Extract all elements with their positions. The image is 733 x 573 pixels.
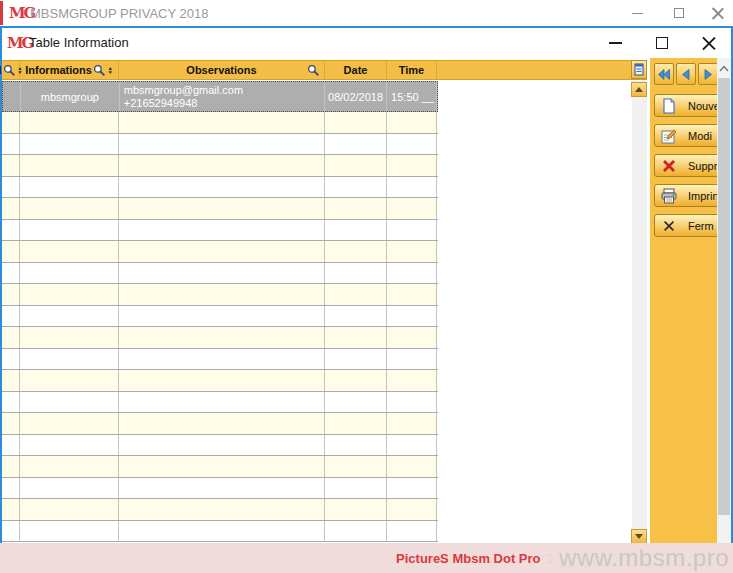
table-cell [20, 112, 119, 133]
child-maximize-button[interactable] [645, 30, 679, 56]
sort-icon[interactable]: ▲▼ [108, 66, 113, 74]
table-cell [119, 112, 325, 133]
table-cell [20, 327, 119, 348]
table-row[interactable] [2, 478, 438, 500]
table-cell [387, 327, 437, 348]
table-content-area: I ▲▼ Informations ▲▼ Observations Date [2, 58, 731, 571]
column-header-observations[interactable]: Observations [119, 61, 325, 79]
print-button[interactable]: Imprin [654, 184, 717, 207]
column-header-id[interactable]: I ▲▼ [2, 61, 20, 79]
table-row[interactable] [2, 521, 438, 543]
table-cell [2, 349, 20, 370]
close-window-button[interactable]: Ferm [654, 214, 717, 237]
next-record-button[interactable] [698, 63, 717, 85]
table-cell [20, 413, 119, 434]
table-row[interactable] [2, 327, 438, 349]
maximize-button[interactable] [662, 0, 696, 26]
first-record-button[interactable] [654, 63, 674, 85]
close-button[interactable] [701, 0, 733, 26]
table-cell [2, 456, 20, 477]
table-cell [2, 499, 20, 520]
table-cell [20, 478, 119, 499]
child-window-title: Table Information [29, 35, 129, 50]
table-row[interactable] [2, 413, 438, 435]
table-row[interactable] [2, 155, 438, 177]
table-cell [119, 392, 325, 413]
table-cell [2, 435, 20, 456]
table-row[interactable] [2, 134, 438, 156]
column-header-informations[interactable]: Informations ▲▼ [20, 61, 119, 79]
table-row[interactable] [2, 392, 438, 414]
table-row[interactable] [2, 220, 438, 242]
table-cell [2, 220, 20, 241]
table-cell [325, 284, 387, 305]
table-row[interactable] [2, 370, 438, 392]
main-titlebar: MG MBSMGROUP PRIVACY 2018 [0, 0, 733, 26]
table-row[interactable] [2, 263, 438, 285]
table-cell [20, 306, 119, 327]
close-icon [712, 7, 724, 19]
column-header-time[interactable]: Time [387, 61, 437, 79]
column-header-date[interactable]: Date [325, 61, 387, 79]
child-titlebar: MG Table Information [2, 28, 731, 58]
table-cell [119, 349, 325, 370]
table-cell [387, 478, 437, 499]
table-scroll-down-button[interactable] [631, 529, 647, 544]
delete-x-icon [661, 158, 677, 174]
table-cell [119, 155, 325, 176]
table-cell [325, 306, 387, 327]
scrollbar-thumb[interactable] [718, 78, 730, 515]
table-row[interactable] [2, 177, 438, 199]
table-row[interactable] [2, 499, 438, 521]
magnifier-icon[interactable] [307, 64, 320, 77]
record-navigation [654, 63, 717, 85]
scroll-up-chevron[interactable] [717, 60, 731, 76]
column-label: Informations [25, 64, 92, 76]
edit-button[interactable]: Modi [654, 124, 717, 147]
table-row[interactable] [2, 284, 438, 306]
table-scroll-up-button[interactable] [631, 82, 647, 97]
minimize-icon [609, 42, 622, 44]
table-cell [387, 413, 437, 434]
table-cell [2, 284, 20, 305]
previous-record-button[interactable] [676, 63, 696, 85]
table-cell [2, 327, 20, 348]
child-minimize-button[interactable] [598, 30, 632, 56]
table-cell [325, 456, 387, 477]
table-cell [119, 413, 325, 434]
table-cell [325, 220, 387, 241]
window-scrollbar[interactable] [717, 58, 731, 571]
main-window-title: MBSMGROUP PRIVACY 2018 [30, 6, 208, 21]
table-cell [119, 306, 325, 327]
first-record-icon [658, 69, 670, 80]
table-cell [387, 435, 437, 456]
table-cell [2, 112, 20, 133]
table-cell [387, 177, 437, 198]
table-cell [325, 177, 387, 198]
table-cell [119, 478, 325, 499]
table-row[interactable] [2, 435, 438, 457]
table-cell [119, 521, 325, 542]
table-options-button[interactable] [631, 60, 647, 79]
table-row[interactable] [2, 456, 438, 478]
child-close-button[interactable] [692, 30, 726, 56]
table-scrollbar-track[interactable] [632, 81, 647, 571]
delete-button[interactable]: Supprir [654, 154, 717, 177]
table-cell-date: 08/02/2018 [325, 82, 387, 111]
table-row[interactable] [2, 306, 438, 328]
table-cell [325, 349, 387, 370]
table-cell [20, 435, 119, 456]
magnifier-icon[interactable] [93, 64, 106, 77]
minimize-button[interactable] [620, 0, 654, 26]
table-row-selected[interactable]: mbsmgroup mbsmgroup@gmail.com +216529499… [2, 81, 438, 112]
table-cell [20, 392, 119, 413]
table-row[interactable] [2, 112, 438, 134]
table-cell [387, 220, 437, 241]
table-row[interactable] [2, 241, 438, 263]
new-button[interactable]: Nouve [654, 94, 717, 117]
table-row[interactable] [2, 198, 438, 220]
magnifier-icon[interactable] [3, 64, 16, 77]
table-cell [119, 284, 325, 305]
table-cell [325, 155, 387, 176]
table-row[interactable] [2, 349, 438, 371]
